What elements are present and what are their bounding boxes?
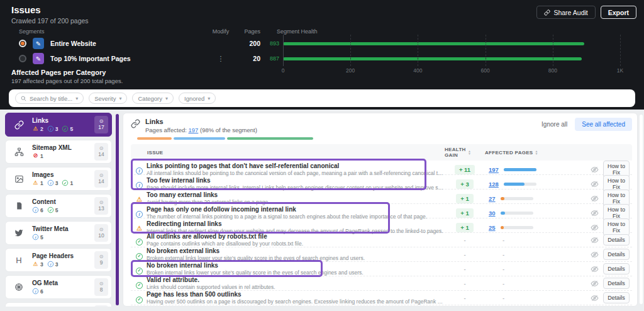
sidebar-item-images[interactable]: Images ⚠1i3✓1 ⊙ 14 <box>5 167 112 191</box>
passed-check-icon: ✓ <box>136 239 143 246</box>
issue-title[interactable]: Page has less than 500 outlinks <box>147 291 445 298</box>
checks-count: 8 <box>100 286 103 293</box>
row-action-button[interactable]: Details <box>603 278 630 289</box>
affected-count-link[interactable]: - <box>502 251 504 258</box>
severity-badge-error: ⊘1 <box>32 152 43 159</box>
sidebar-item-twitter-meta[interactable]: Twitter Meta i5 ⊙ 10 <box>5 221 112 245</box>
health-gain-column-header[interactable]: HEALTH GAIN ▲▼ <box>445 147 485 158</box>
see-all-affected-button[interactable]: See all affected <box>575 118 632 131</box>
sidebar-scrollbar[interactable] <box>116 114 119 305</box>
ignore-eye-slash-icon[interactable] <box>591 166 599 174</box>
affected-count-link[interactable]: 30 <box>489 210 496 217</box>
issue-description: Page contains outlinks which are disallo… <box>147 240 303 247</box>
affected-count-link[interactable]: - <box>502 280 504 287</box>
issue-description: All internal links should be pointing to… <box>147 170 445 176</box>
sidebar-item-og-meta[interactable]: OG Meta i6 ⊙ 8 <box>5 275 112 299</box>
issue-title[interactable]: Too many external links <box>147 191 269 198</box>
sidebar-item-sitemap-xml[interactable]: Sitemap XML ⊘1 ⊙ 14 <box>5 140 112 164</box>
segment-radio[interactable] <box>19 55 26 62</box>
sidebar-item-page-headers[interactable]: H Page Headers ⚠3i3 ⊙ 9 <box>5 248 112 272</box>
page-scrollbar[interactable] <box>640 115 643 304</box>
affected-pages-link[interactable]: 197 <box>189 127 199 133</box>
search-input[interactable]: Search by title... ▾ <box>15 93 84 104</box>
severity-badge-warning: ⚠2 <box>32 125 43 132</box>
segment-radio[interactable] <box>19 40 26 47</box>
issue-title[interactable]: Page has only one dofollow incoming inte… <box>147 206 427 213</box>
row-action-button[interactable]: How to Fix <box>603 218 630 236</box>
checks-count-badge: ⊙ 14 <box>94 170 108 188</box>
sitemap-icon <box>6 147 32 157</box>
ignore-eye-slash-icon[interactable] <box>591 209 599 217</box>
segment-health-column-label: Segment Health <box>260 28 644 35</box>
health-gain-value: + 1 <box>456 208 473 218</box>
segment-health-bar <box>283 42 620 45</box>
ignore-eye-slash-icon[interactable] <box>591 294 599 302</box>
ignore-eye-slash-icon[interactable] <box>591 180 599 188</box>
affected-count-link[interactable]: 27 <box>489 195 496 202</box>
health-gain-value: + 3 <box>456 179 473 189</box>
checks-count-badge: ⊙ 7 <box>94 305 108 307</box>
info-circle-icon: i <box>33 207 38 213</box>
affected-count-link[interactable]: - <box>502 295 504 302</box>
warning-triangle-icon: ⚠ <box>33 180 38 186</box>
share-audit-button[interactable]: Share Audit <box>536 6 595 19</box>
ignore-eye-slash-icon[interactable] <box>591 251 599 259</box>
severity-badge-passed: ✓1 <box>62 179 73 186</box>
health-gain-value: - <box>459 279 470 288</box>
issue-title[interactable]: Redirecting internal links <box>147 220 443 227</box>
info-circle-icon: i <box>48 261 53 267</box>
issue-title[interactable]: No broken internal links <box>147 262 364 269</box>
affected-count-link[interactable]: - <box>502 266 504 273</box>
ignored-filter[interactable]: Ignored▾ <box>179 93 216 104</box>
severity-badge-info: i3 <box>47 261 58 268</box>
affected-count-link[interactable]: - <box>502 237 504 244</box>
target-icon: ⊙ <box>99 254 104 259</box>
modify-menu-icon[interactable]: ⋮ <box>211 55 230 63</box>
issue-description: Page should include more internal links.… <box>147 184 445 191</box>
row-action-button[interactable]: Details <box>603 234 630 246</box>
checks-count-badge: ⊙ 10 <box>94 224 108 242</box>
issue-title[interactable]: No broken external links <box>147 247 365 254</box>
modify-column-label: Modify <box>211 28 230 35</box>
sidebar-item-psi-issues[interactable]: PSI Issues ⚠1i1✓3 ⊙ 7 <box>5 302 112 307</box>
ignore-eye-slash-icon[interactable] <box>591 223 599 232</box>
affected-count-link[interactable]: 197 <box>489 166 499 173</box>
category-filter[interactable]: Category▾ <box>132 93 174 104</box>
severity-filter[interactable]: Severity▾ <box>89 93 127 104</box>
issue-title[interactable]: Valid rel attribute. <box>147 276 275 283</box>
ignore-eye-slash-icon[interactable] <box>591 280 599 288</box>
severity-badge-info: i3 <box>47 179 58 186</box>
segment-row-top-10-important-pages[interactable]: ✎ Top 10% Important Pages ⋮ 20 887 <box>0 51 644 66</box>
ignore-eye-slash-icon[interactable] <box>591 236 599 244</box>
segment-edit-icon: ✎ <box>33 53 44 64</box>
image-icon <box>6 174 32 184</box>
segment-row-entire-website[interactable]: ✎ Entire Website 200 893 <box>0 36 644 51</box>
sidebar-item-links[interactable]: Links ⚠2i3✓5 ⊙ 17 <box>5 113 112 137</box>
severity-badge-passed: ✓5 <box>62 125 73 132</box>
target-icon: ⊙ <box>99 173 104 178</box>
segment-name: Top 10% Important Pages <box>50 55 211 62</box>
ignore-eye-slash-icon[interactable] <box>591 265 599 273</box>
row-action-button[interactable]: Details <box>603 292 630 303</box>
issue-title[interactable]: Too few internal links <box>147 177 445 184</box>
affected-count-link[interactable]: 25 <box>489 224 496 231</box>
info-circle-icon: i <box>48 180 53 186</box>
affected-count-link[interactable]: 128 <box>489 181 499 188</box>
health-gain-value: - <box>459 293 470 303</box>
chevron-down-icon: ▾ <box>208 96 210 101</box>
issue-description: Broken external links lower your site's … <box>147 255 365 261</box>
severity-badge-info: i3 <box>47 125 58 132</box>
issue-title[interactable]: All outlinks are allowed by robots.txt f… <box>147 233 303 240</box>
issue-title[interactable]: Links pointing to pages that don't have … <box>147 162 445 169</box>
ignore-eye-slash-icon[interactable] <box>591 195 599 203</box>
info-circle-icon: i <box>48 126 53 132</box>
export-button[interactable]: Export <box>601 6 636 19</box>
row-action-button[interactable]: Details <box>603 249 630 260</box>
row-action-button[interactable]: Details <box>603 263 630 274</box>
segment-edit-icon: ✎ <box>33 38 44 49</box>
info-circle-icon: i <box>136 211 143 218</box>
sidebar-item-content[interactable]: Content i6✓5 ⊙ 13 <box>5 194 112 218</box>
severity-badge-warning: ⚠3 <box>32 261 43 268</box>
ignore-all-button[interactable]: Ignore all <box>541 121 567 128</box>
affected-pages-column-header[interactable]: AFFECTED PAGES ▲▼ <box>485 150 591 156</box>
